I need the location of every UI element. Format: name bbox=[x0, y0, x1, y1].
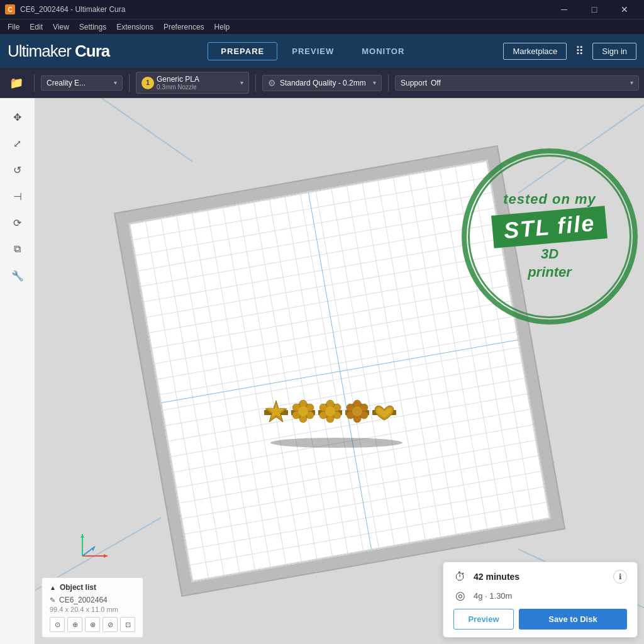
object-heart bbox=[372, 406, 396, 420]
quality-chevron: ▾ bbox=[373, 79, 376, 86]
toolbar-separator-1 bbox=[34, 74, 35, 92]
print-material-row: ◎ 4g · 1.30m bbox=[453, 589, 627, 602]
build-plate-container bbox=[128, 160, 551, 582]
object-action-4[interactable]: ⊘ bbox=[103, 617, 118, 632]
support-selector[interactable]: Support Off ▾ bbox=[395, 75, 639, 91]
material-name: Generic PLA bbox=[157, 75, 199, 84]
maximize-button[interactable]: □ bbox=[580, 0, 609, 19]
perspective-line-topright bbox=[518, 103, 644, 194]
print-info-panel: ⏱ 42 minutes ℹ ◎ 4g · 1.30m Preview Save… bbox=[443, 562, 638, 638]
grid-icon-button[interactable]: ⠿ bbox=[573, 42, 586, 60]
app-icon: C bbox=[5, 4, 15, 14]
object-flower3 bbox=[345, 400, 369, 423]
left-toolpanel: ✥ ⤢ ↺ ⊣ ⟳ ⧉ 🔧 bbox=[0, 98, 35, 644]
support-value: Off bbox=[431, 79, 441, 87]
object-action-3[interactable]: ⊗ bbox=[85, 617, 100, 632]
perspective-line-topleft bbox=[35, 98, 193, 162]
object-flower1 bbox=[291, 400, 315, 423]
3d-objects-svg bbox=[258, 397, 415, 448]
support-chevron: ▾ bbox=[630, 79, 633, 86]
toolbar-separator-4 bbox=[388, 74, 389, 92]
permodel-tool[interactable]: ⧉ bbox=[6, 238, 29, 260]
main-area: ✥ ⤢ ↺ ⊣ ⟳ ⧉ 🔧 bbox=[0, 98, 644, 644]
print-action-buttons: Preview Save to Disk bbox=[453, 609, 627, 630]
print-material-text: 4g · 1.30m bbox=[474, 591, 512, 601]
menu-view[interactable]: View bbox=[48, 21, 74, 33]
move-tool[interactable]: ✥ bbox=[6, 106, 29, 128]
3d-viewport[interactable]: ▲ Object list ✎ CE6_2002464 99.4 x 20.4 … bbox=[35, 98, 644, 644]
stamp-top-text: tested on my bbox=[503, 191, 596, 208]
menu-file[interactable]: File bbox=[3, 21, 25, 33]
printer-name: Creality E... bbox=[47, 79, 86, 87]
svg-point-20 bbox=[325, 406, 335, 416]
reset-tool[interactable]: ⟳ bbox=[6, 211, 29, 234]
topnav: Ultimaker Cura PREPARE PREVIEW MONITOR M… bbox=[0, 34, 644, 68]
object-list-chevron: ▲ bbox=[50, 584, 56, 591]
close-button[interactable]: ✕ bbox=[610, 0, 639, 19]
quality-label: Standard Quality - 0.2mm bbox=[280, 79, 366, 87]
menubar: File Edit View Settings Extensions Prefe… bbox=[0, 19, 644, 34]
object-list-header: ▲ Object list bbox=[50, 583, 135, 592]
quality-selector[interactable]: ⚙ Standard Quality - 0.2mm ▾ bbox=[262, 75, 382, 91]
material-badge: 1 bbox=[142, 77, 154, 89]
minimize-button[interactable]: ─ bbox=[550, 0, 579, 19]
object-star bbox=[264, 401, 288, 422]
time-info-button[interactable]: ℹ bbox=[613, 570, 627, 584]
tab-preview[interactable]: PREVIEW bbox=[279, 42, 347, 60]
object-action-2[interactable]: ⊕ bbox=[67, 617, 82, 632]
quality-icon: ⚙ bbox=[268, 78, 276, 88]
object-filename: CE6_2002464 bbox=[59, 596, 108, 604]
tab-prepare[interactable]: PREPARE bbox=[208, 42, 277, 60]
support-label: Support bbox=[401, 79, 427, 87]
toolbar-separator-3 bbox=[255, 74, 256, 92]
object-list-title: Object list bbox=[60, 583, 96, 592]
svg-point-11 bbox=[298, 406, 308, 416]
toolbar-separator-2 bbox=[129, 74, 130, 92]
menu-help[interactable]: Help bbox=[209, 21, 235, 33]
menu-extensions[interactable]: Extensions bbox=[111, 21, 158, 33]
open-folder-button[interactable]: 📁 bbox=[5, 72, 28, 94]
svg-point-29 bbox=[352, 406, 362, 416]
material-icon: ◎ bbox=[453, 589, 467, 602]
print-time-text: 42 minutes bbox=[474, 572, 607, 582]
object-shadow bbox=[270, 438, 402, 448]
marketplace-button[interactable]: Marketplace bbox=[503, 43, 567, 60]
preview-button[interactable]: Preview bbox=[453, 609, 514, 630]
toolbar: 📁 Creality E... ▾ 1 Generic PLA 0.3mm No… bbox=[0, 68, 644, 98]
object-name-row: ✎ CE6_2002464 bbox=[50, 596, 135, 604]
menu-preferences[interactable]: Preferences bbox=[158, 21, 209, 33]
object-action-1[interactable]: ⊙ bbox=[50, 617, 65, 632]
svg-marker-34 bbox=[80, 534, 84, 538]
material-nozzle: 0.3mm Nozzle bbox=[157, 84, 199, 91]
nav-tabs: PREPARE PREVIEW MONITOR bbox=[132, 42, 493, 60]
signin-button[interactable]: Sign in bbox=[592, 43, 636, 60]
titlebar: C CE6_2002464 - Ultimaker Cura ─ □ ✕ bbox=[0, 0, 644, 19]
object-list-section: ▲ Object list ✎ CE6_2002464 99.4 x 20.4 … bbox=[42, 577, 143, 638]
material-selector[interactable]: 1 Generic PLA 0.3mm Nozzle ▾ bbox=[136, 72, 249, 94]
app-logo: Ultimaker Cura bbox=[8, 42, 109, 61]
object-action-icons: ⊙ ⊕ ⊗ ⊘ ⊡ bbox=[50, 617, 135, 632]
window-title: CE6_2002464 - Ultimaker Cura bbox=[20, 5, 125, 14]
time-icon: ⏱ bbox=[453, 570, 467, 584]
scale-tool[interactable]: ⤢ bbox=[6, 132, 29, 155]
menu-edit[interactable]: Edit bbox=[25, 21, 48, 33]
tab-monitor[interactable]: MONITOR bbox=[348, 42, 418, 60]
object-action-5[interactable]: ⊡ bbox=[120, 617, 135, 632]
printer-chevron: ▾ bbox=[114, 79, 117, 86]
mirror-tool[interactable]: ⊣ bbox=[6, 185, 29, 208]
svg-marker-32 bbox=[104, 554, 108, 558]
save-to-disk-button[interactable]: Save to Disk bbox=[519, 609, 627, 630]
support-tool[interactable]: 🔧 bbox=[6, 264, 29, 287]
titlebar-controls: ─ □ ✕ bbox=[550, 0, 639, 19]
axes-indicator bbox=[76, 531, 114, 562]
material-chevron: ▾ bbox=[240, 79, 243, 86]
object-flower2 bbox=[318, 400, 342, 423]
build-plate-inner bbox=[128, 160, 551, 582]
print-time-row: ⏱ 42 minutes ℹ bbox=[453, 570, 627, 584]
menu-settings[interactable]: Settings bbox=[74, 21, 111, 33]
stamp-bottom-text: 3Dprinter bbox=[528, 245, 572, 281]
rotate-tool[interactable]: ↺ bbox=[6, 158, 29, 181]
object-dimensions: 99.4 x 20.4 x 11.0 mm bbox=[50, 606, 135, 613]
material-info: Generic PLA 0.3mm Nozzle bbox=[157, 75, 199, 91]
printer-selector[interactable]: Creality E... ▾ bbox=[41, 75, 123, 91]
